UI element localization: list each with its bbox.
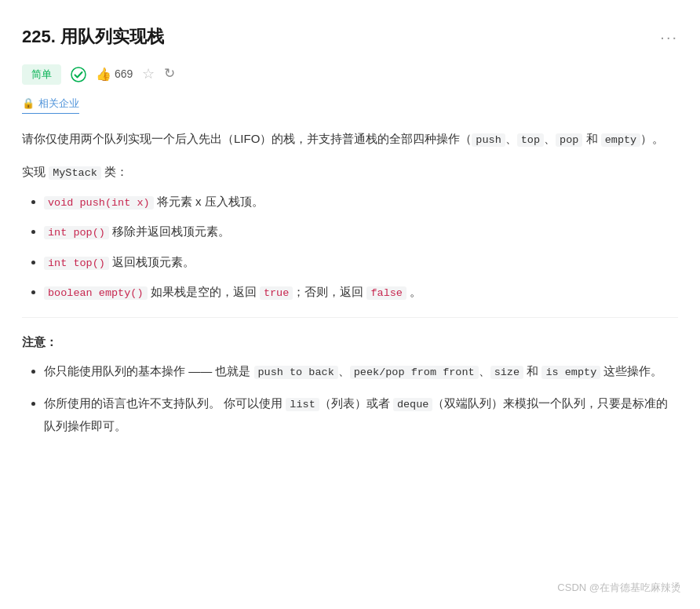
tags-row: 简单 👍 669 ☆ ↻	[22, 62, 678, 86]
push-to-back-code: push to back	[254, 366, 338, 379]
list-item: boolean empty() 如果栈是空的，返回 true；否则，返回 fal…	[44, 281, 678, 303]
notice-title: 注意：	[22, 332, 678, 352]
title-row: 225. 用队列实现栈 ···	[22, 22, 678, 51]
deque-code: deque	[393, 398, 433, 411]
svg-point-0	[71, 67, 86, 82]
company-tag[interactable]: 🔒 相关企业	[22, 95, 79, 114]
problem-description: 请你仅使用两个队列实现一个后入先出（LIFO）的栈，并支持普通栈的全部四种操作（…	[22, 128, 678, 151]
list-item: void push(int x) 将元素 x 压入栈顶。	[44, 191, 678, 213]
size-code: size	[490, 366, 523, 379]
false-code: false	[366, 286, 407, 300]
empty-method-desc: 如果栈是空的，返回 true；否则，返回 false 。	[151, 285, 421, 298]
is-empty-code: is empty	[541, 366, 600, 379]
page-title: 225. 用队列实现栈	[22, 22, 164, 51]
mystack-code: MyStack	[49, 166, 101, 180]
methods-list: void push(int x) 将元素 x 压入栈顶。 int pop() 移…	[22, 191, 678, 303]
top-method-code: int top()	[44, 257, 109, 270]
notice-section: 注意： 你只能使用队列的基本操作 —— 也就是 push to back、pee…	[22, 332, 678, 436]
list-item: int top() 返回栈顶元素。	[44, 251, 678, 273]
likes-area: 👍 669	[96, 64, 133, 85]
company-row: 🔒 相关企业	[22, 93, 678, 114]
thumbs-up-icon: 👍	[96, 64, 111, 85]
desc-push-code: push	[472, 133, 505, 147]
implement-line: 实现 MyStack 类：	[22, 162, 678, 183]
desc-pop-code: pop	[556, 133, 582, 147]
list-code: list	[286, 398, 319, 411]
more-options-icon[interactable]: ···	[660, 24, 678, 50]
desc-empty-code: empty	[601, 133, 641, 147]
list-item: int pop() 移除并返回栈顶元素。	[44, 221, 678, 243]
pop-method-desc: 移除并返回栈顶元素。	[112, 224, 230, 238]
star-icon[interactable]: ☆	[142, 62, 155, 86]
difficulty-tag[interactable]: 简单	[22, 64, 61, 85]
likes-count: 669	[115, 65, 133, 84]
push-method-code: void push(int x)	[44, 196, 154, 210]
list-item: 你只能使用队列的基本操作 —— 也就是 push to back、peek/po…	[44, 360, 678, 383]
pop-method-code: int pop()	[44, 226, 109, 239]
empty-method-code: boolean empty()	[44, 286, 148, 300]
desc-top-code: top	[517, 133, 544, 147]
company-label: 相关企业	[38, 95, 79, 112]
refresh-icon[interactable]: ↻	[164, 63, 175, 86]
solved-check-icon	[71, 67, 86, 82]
notice-list: 你只能使用队列的基本操作 —— 也就是 push to back、peek/po…	[22, 360, 678, 437]
lock-icon: 🔒	[22, 95, 35, 112]
push-method-desc: 将元素 x 压入栈顶。	[157, 195, 264, 208]
section-divider	[22, 317, 678, 318]
list-item: 你所使用的语言也许不支持队列。 你可以使用 list（列表）或者 deque（双…	[44, 392, 678, 437]
true-code: true	[260, 286, 293, 300]
peek-pop-code: peek/pop from front	[350, 366, 479, 379]
top-method-desc: 返回栈顶元素。	[112, 255, 195, 268]
